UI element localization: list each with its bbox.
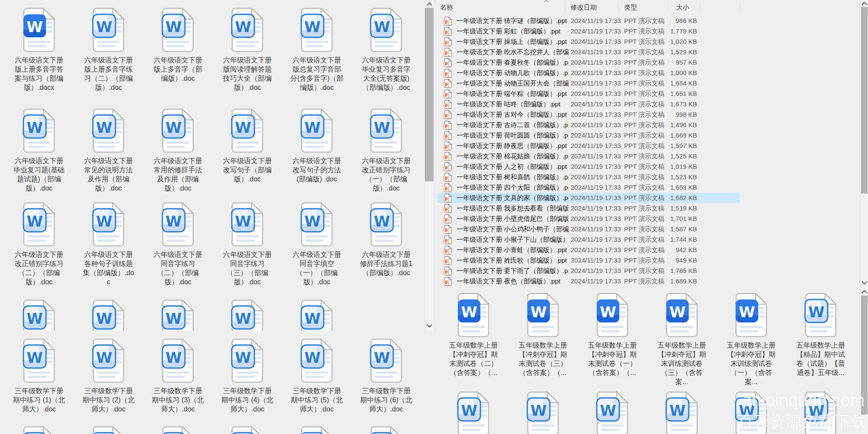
scrollbar-thumb[interactable] xyxy=(861,7,868,194)
file-item-partial[interactable]: W xyxy=(282,425,352,434)
file-item[interactable]: W六年级语文下册改正错别字练习（一）（部编版）.doc xyxy=(352,108,418,193)
table-row[interactable]: P一年级语文下册 古诗二首（部编版）.ppt2024/11/19 17:33PP… xyxy=(437,120,740,130)
word-doc-icon: W xyxy=(161,338,195,384)
file-item-partial[interactable]: W xyxy=(647,391,717,434)
column-separator xyxy=(618,2,619,12)
file-item[interactable]: W六年级语文下册常见的说明方法及作用（部编版）.doc xyxy=(74,108,143,193)
file-item[interactable]: W五年级数学上册【精品】期中试卷（试题）【普通卷】五年级... xyxy=(786,292,855,377)
table-row[interactable]: P一年级语文下册 操场上（部编版）.ppt2024/11/19 17:33PPT… xyxy=(437,36,740,47)
file-item[interactable]: W三年级数学下册期中练习 (6)（北师大）.doc xyxy=(352,338,418,414)
file-item[interactable]: W五年级数学上册【冲刺夺冠】期末测试卷（一）（含答案）（... xyxy=(578,292,647,377)
table-row[interactable]: P一年级语文下册 彩虹（部编版）.ppt2024/11/19 17:33PPT … xyxy=(437,26,740,36)
column-header-size[interactable]: 大小 xyxy=(676,3,689,12)
table-row[interactable]: P一年级语文下册 春夏秋冬（部编版）.ppt2024/11/19 17:33PP… xyxy=(437,57,740,68)
column-header-type[interactable]: 类型 xyxy=(624,3,637,12)
table-row[interactable]: P一年级语文下册 咕咚（部编版）.ppt2024/11/19 17:33PPT … xyxy=(437,99,740,109)
ppt-file-icon: P xyxy=(444,277,452,286)
file-item[interactable]: W六年级语文下册版上册多音字答案与练习（部编版）.docx xyxy=(4,7,74,92)
scrollbar-thumb[interactable] xyxy=(425,8,434,181)
ppt-file-icon: P xyxy=(444,89,452,99)
table-row[interactable]: P一年级语文下册 动物儿歌（部编版）.ppt2024/11/19 17:33PP… xyxy=(437,68,740,78)
file-item-partial[interactable]: W xyxy=(213,299,282,331)
file-item[interactable]: W六年级语文下册同音字练习（三）（部编版）.doc xyxy=(213,201,282,286)
file-item-partial[interactable]: W xyxy=(578,391,647,434)
file-item[interactable]: W三年级数学下册期中练习 (4)（北师大）.doc xyxy=(213,338,282,414)
file-item[interactable]: W六年级语文下册版上多音字（部编版）.doc xyxy=(143,7,213,83)
column-header-date[interactable]: 修改日期 xyxy=(571,3,597,12)
file-item[interactable]: W六年级语文下册修辞手法练习题1（部编版）.doc xyxy=(352,201,418,277)
file-item-partial[interactable]: W xyxy=(74,425,143,434)
left-pane-scrollbar[interactable] xyxy=(424,0,434,331)
file-item[interactable]: W六年级语文下册版阅读理解答题技巧大全（部编版）.doc xyxy=(213,7,282,92)
scroll-up-icon[interactable] xyxy=(861,290,867,296)
table-row[interactable]: P一年级语文下册 夜色（部编版）.ppt2024/11/19 17:33PPT … xyxy=(437,276,740,286)
table-row[interactable]: P一年级语文下册 吃水不忘挖井人（部编...2024/11/19 17:33PP… xyxy=(437,47,740,57)
file-size: 998 KB xyxy=(641,111,697,118)
file-item[interactable]: W六年级语文下册同音字填空（一）（部编版）.doc xyxy=(282,201,352,286)
file-item[interactable]: W六年级语文下册同音字练习（二）（部编版）.doc xyxy=(143,201,213,286)
file-item[interactable]: W六年级语文下册改写句子的方法(部编版) .doc xyxy=(282,108,352,184)
table-row[interactable]: P一年级语文下册 要下雨了（部编版）.ppt2024/11/19 17:33PP… xyxy=(437,266,740,276)
table-row[interactable]: P一年级语文下册 树和喜鹊（部编版）.ppt2024/11/19 17:33PP… xyxy=(437,172,740,182)
file-item-partial[interactable]: W xyxy=(352,425,418,434)
svg-text:W: W xyxy=(374,119,390,136)
file-item-partial[interactable]: W xyxy=(143,299,213,331)
file-item-partial[interactable]: W xyxy=(143,425,213,434)
file-item[interactable]: W六年级语文下册毕业复习多音字大全(无答案版)（部编版）.doc xyxy=(352,7,418,92)
watermark-slogan: 百万资源免费下载 xyxy=(738,411,866,432)
file-item[interactable]: W五年级数学上册【冲刺夺冠】期末测试卷（三）（含答案）（... xyxy=(508,292,578,377)
table-row[interactable]: P一年级语文下册 荷叶圆圆（部编版）.ppt2024/11/19 17:33PP… xyxy=(437,130,740,141)
file-item[interactable]: W三年级数学下册期中练习 (5)（北师大）.doc xyxy=(282,338,352,414)
file-item-partial[interactable]: W xyxy=(4,425,74,434)
file-name-label: 六年级语文下册常用的修辞手法及作用（部编版）.doc xyxy=(151,156,205,193)
word-docx-icon: W xyxy=(456,292,491,338)
file-item-partial[interactable]: W xyxy=(4,299,74,331)
file-item[interactable]: W六年级语文下册各种句子训练题集（部编版）.doc xyxy=(74,201,143,286)
file-item[interactable]: W六年级语文下册改正错别字练习（二）（部编版）.doc xyxy=(4,201,74,286)
scroll-up-icon[interactable] xyxy=(427,2,432,8)
file-item-partial[interactable]: W xyxy=(213,425,282,434)
scroll-down-icon[interactable] xyxy=(427,322,432,328)
table-row[interactable]: P一年级语文下册 小青蛙（部编版）.ppt2024/11/19 17:33PPT… xyxy=(437,245,740,255)
table-row[interactable]: P一年级语文下册 小公鸡和小鸭子（部编...2024/11/19 17:33PP… xyxy=(437,224,740,234)
ppt-file-icon: P xyxy=(444,121,452,130)
table-row[interactable]: P一年级语文下册 小猴子下山（部编版）....2024/11/19 17:33P… xyxy=(437,234,740,245)
file-item[interactable]: W六年级语文下册版上册多音字练习（二）（部编版）.doc xyxy=(74,7,143,92)
ppt-file-icon: P xyxy=(444,37,452,46)
table-row[interactable]: P一年级语文下册 姓氏歌（部编版）.ppt2024/11/19 17:33PPT… xyxy=(437,255,740,266)
file-item[interactable]: W六年级语文下册改写句子（部编版）.doc xyxy=(213,108,282,184)
column-header-name[interactable]: 名称 xyxy=(440,3,453,12)
file-name: 一年级语文下册 静夜思（部编版）.ppt xyxy=(457,142,567,150)
table-row[interactable]: P一年级语文下册 四个太阳（部编版）.ppt2024/11/19 17:33PP… xyxy=(437,182,740,193)
file-item[interactable]: W六年级语文下册毕业复习题(基础题试题)（部编版）.doc xyxy=(4,108,74,193)
table-row[interactable]: P一年级语文下册 我多想去看看（部编版...2024/11/19 17:33PP… xyxy=(437,203,740,214)
table-row[interactable]: P一年级语文下册 静夜思（部编版）.ppt2024/11/19 17:33PPT… xyxy=(437,141,740,151)
table-row[interactable]: P一年级语文下册 古对今（部编版）.ppt2024/11/19 17:33PPT… xyxy=(437,109,740,120)
file-item[interactable]: W五年级数学上册【冲刺夺冠】期末训练测试卷（三）（含答案... xyxy=(647,292,717,386)
table-row-selected[interactable]: P一年级语文下册 文具的家（部编版）.ppt2024/11/19 17:33PP… xyxy=(437,193,740,203)
file-item-partial[interactable]: W xyxy=(74,299,143,331)
file-item[interactable]: W三年级数学下册期中练习 (3)（北师大）.doc xyxy=(143,338,213,414)
table-row[interactable]: P一年级语文下册 猜字谜（部编版）.ppt2024/11/19 17:33PPT… xyxy=(437,16,740,26)
file-item-partial[interactable]: W xyxy=(508,391,578,434)
file-item[interactable]: W三年级数学下册期中练习 (1)（北师大）.doc xyxy=(4,338,74,414)
file-item-partial[interactable]: W xyxy=(282,299,352,331)
scroll-down-icon[interactable] xyxy=(861,279,867,285)
table-row[interactable]: P一年级语文下册 端午粽（部编版）.ppt2024/11/19 17:33PPT… xyxy=(437,89,740,99)
table-row[interactable]: P一年级语文下册 动物王国开大会（部编...2024/11/19 17:33PP… xyxy=(437,78,740,89)
file-size: 1,651 KB xyxy=(641,90,697,97)
ppt-file-icon: P xyxy=(444,162,452,171)
file-name-label: 六年级语文下册版总复习字音部分(含多音字)（部编版）.doc xyxy=(290,56,344,92)
table-row[interactable]: P一年级语文下册 棉花姑娘（部编版）.ppt2024/11/19 17:33PP… xyxy=(437,151,740,161)
file-item[interactable]: W三年级数学下册期中练习 (2)（北师大）.doc xyxy=(74,338,143,414)
file-item[interactable]: W五年级数学上册【冲刺夺冠】期末训练测试卷（一）（含答案... xyxy=(717,292,786,386)
file-item-partial[interactable]: W xyxy=(439,391,508,434)
table-row[interactable]: P一年级语文下册 人之初（部编版）.ppt2024/11/19 17:33PPT… xyxy=(437,161,740,172)
file-item[interactable]: W五年级数学上册【冲刺夺冠】期末测试卷（二）（含答案）（... xyxy=(439,292,508,377)
right-pane-scrollbar-top[interactable] xyxy=(860,0,868,286)
file-item[interactable]: W六年级语文下册版总复习字音部分(含多音字)（部编版）.doc xyxy=(282,7,352,92)
file-date: 2024/11/19 17:33 xyxy=(571,48,621,56)
table-row[interactable]: P一年级语文下册 小壁虎借尾巴（部编版...2024/11/19 17:33PP… xyxy=(437,214,740,224)
scroll-up-icon[interactable] xyxy=(861,2,867,7)
file-item[interactable]: W六年级语文下册常用的修辞手法及作用（部编版）.doc xyxy=(143,108,213,193)
